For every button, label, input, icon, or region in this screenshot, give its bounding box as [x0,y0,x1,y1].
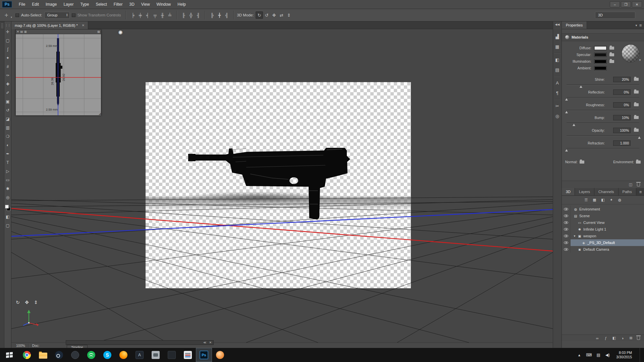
taskbar-clock[interactable]: 8:03 PM 3/30/2015 [614,351,632,359]
taskbar-app-light[interactable] [180,348,196,362]
texture-menu-icon[interactable] [609,60,614,63]
blue-axis-guide[interactable] [11,209,553,236]
distribute-right-icon[interactable]: ╣ [223,11,230,19]
link-icon[interactable]: ∞ [595,336,600,341]
view-split-icon[interactable]: ▥ [24,30,27,33]
taskbar-app-file-explorer[interactable] [35,348,51,362]
normal-texture-icon[interactable] [580,161,584,164]
visibility-toggle[interactable] [562,246,571,253]
texture-menu-icon[interactable] [634,90,639,94]
taskbar-app-chrome[interactable] [19,348,35,362]
opacity-value[interactable]: 100% [613,128,631,133]
timeline-panel-header[interactable]: ≪ ✕ [66,340,214,345]
reflection-value[interactable]: 0% [613,89,631,95]
foreground-color-swatch[interactable] [5,205,9,208]
pan-camera-icon[interactable]: ✥ [23,299,31,306]
dodge-tool[interactable]: ◐ [4,141,11,149]
tree-row-current-view[interactable]: ▭ Current View [562,219,644,226]
zoom-tool[interactable]: ◎ [4,193,11,202]
adjustment-icon[interactable]: ◑ [620,336,625,341]
filter-cameras-icon[interactable]: ◍ [617,197,623,203]
menu-window[interactable]: Window [153,0,174,9]
taskbar-app-steam[interactable] [51,348,67,362]
filter-materials-icon[interactable]: ◧ [600,197,606,203]
3d-drag-mode-icon[interactable]: ✥ [270,11,278,19]
secondary-view[interactable]: ✕ ▤ ▥ ▨ [15,29,101,115]
tab-layers[interactable]: Layers [575,188,594,195]
gradient-tool[interactable]: ▥ [4,123,11,132]
trash-icon[interactable] [637,337,640,340]
ambient-color-swatch[interactable] [594,66,607,70]
shape-tool[interactable]: ▭ [4,176,11,184]
tree-row-infinite-light[interactable]: ✺ Infinite Light 1 [562,226,644,233]
maximize-button[interactable]: ❐ [621,1,631,7]
3d-viewport[interactable]: ✕ ▤ ▥ ▨ [11,29,553,343]
expand-panels-icon[interactable]: ◀◀ [555,23,560,29]
toolbar-grip-icon[interactable]: ⋮⋮ [4,23,11,27]
visibility-toggle[interactable] [562,239,571,246]
align-left-edges-icon[interactable]: ╞ [129,11,137,19]
taskbar-app-skype[interactable]: S [99,348,115,362]
3d-axis-widget[interactable] [16,308,40,327]
gun-model[interactable] [188,148,350,220]
filter-lights-icon[interactable]: ✦ [609,197,614,203]
visibility-toggle[interactable] [562,233,571,239]
menu-help[interactable]: Help [174,0,189,9]
pen-tool[interactable]: ✒ [4,149,11,158]
type-tool[interactable]: T [4,158,11,167]
diffuse-color-swatch[interactable] [594,46,607,50]
hidden-icons-chevron[interactable]: ▴ [577,351,582,359]
taskbar-app-spotify[interactable] [83,348,99,362]
move-tool[interactable]: ✛ [4,27,11,36]
menu-filter[interactable]: Filter [110,0,126,9]
rectangular-marquee-tool[interactable]: ▢ [4,36,11,45]
3d-scale-mode-icon[interactable]: ⇕ [285,11,292,19]
expand-triangle-icon[interactable]: ▼ [573,235,577,238]
view-options-icon[interactable]: ▨ [97,30,100,33]
minimize-button[interactable]: – [610,1,620,7]
show-transform-checkbox[interactable] [72,13,75,17]
clone-stamp-tool[interactable]: ▣ [4,97,11,106]
distribute-v-centers-icon[interactable]: ╬ [187,11,195,19]
crop-tool[interactable]: # [4,62,11,71]
texture-menu-icon[interactable] [634,78,639,81]
taskbar-app-dark-circle[interactable] [67,348,83,362]
menu-type[interactable]: Type [77,0,92,9]
specular-color-swatch[interactable] [594,53,607,57]
align-bottom-edges-icon[interactable]: ╧ [166,11,173,19]
distribute-h-centers-icon[interactable]: ╋ [216,11,223,19]
swatches-panel-icon[interactable]: ▤ [554,65,561,75]
zoom-level[interactable]: 100% [11,344,29,348]
shine-slider[interactable] [567,84,639,85]
taskbar-app-game[interactable] [212,348,228,362]
menu-view[interactable]: View [138,0,153,9]
align-right-edges-icon[interactable]: ╡ [144,11,151,19]
histogram-panel-icon[interactable]: ▟ [554,32,561,42]
visibility-toggle[interactable] [562,213,571,219]
3d-roll-mode-icon[interactable]: ↺ [263,11,270,19]
panel-menu-icon[interactable]: ≣ [639,190,642,194]
environment-texture-icon[interactable] [636,161,641,164]
align-top-edges-icon[interactable]: ╤ [151,11,159,19]
texture-menu-icon[interactable] [634,116,639,119]
tree-row-ps-3d-default[interactable]: ◈ _PS_3D_Default [562,239,644,246]
touch-keyboard-icon[interactable]: ⌨ [586,351,592,359]
lasso-tool[interactable]: ʃ [4,45,11,54]
tab-3d[interactable]: 3D [562,188,575,195]
auto-select-checkbox[interactable] [15,13,19,17]
quick-mask-toggle[interactable]: ◧ [4,213,11,221]
hand-tool[interactable]: ✱ [4,184,11,193]
menu-file[interactable]: File [15,0,29,9]
tree-row-default-camera[interactable]: ◙ Default Camera [562,246,644,253]
new-item-icon[interactable]: ⊞ [629,336,633,341]
refraction-value[interactable]: 1.000 [613,140,631,146]
tree-row-environment[interactable]: ◍ Environment [562,206,644,213]
texture-menu-icon[interactable] [609,47,614,50]
healing-brush-tool[interactable]: ✚ [4,80,11,88]
distribute-top-icon[interactable]: ╟ [180,11,187,19]
menu-image[interactable]: Image [42,0,60,9]
roughness-slider[interactable] [567,110,639,111]
tab-paths[interactable]: Paths [619,188,636,195]
trash-icon[interactable] [637,183,640,186]
opacity-slider[interactable] [567,135,639,136]
